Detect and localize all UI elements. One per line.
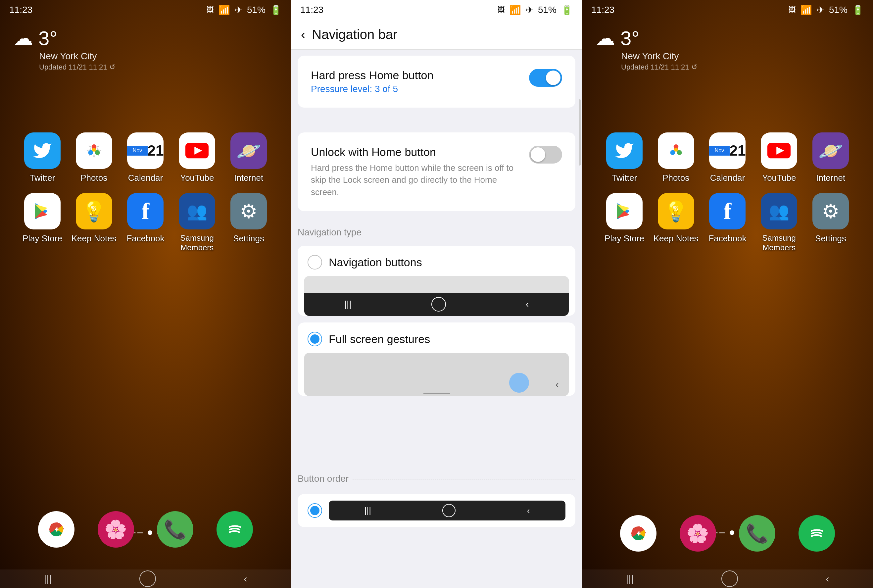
recent-btn-left[interactable]: ||| <box>44 573 52 584</box>
app-row1-left: Twitter Photos Nov 21 Calendar YouT <box>16 132 274 183</box>
twitter-icon-left <box>24 132 61 169</box>
app-playstore-left[interactable]: Play Store <box>19 193 66 253</box>
hard-press-toggle[interactable] <box>529 69 562 87</box>
app-keepnotes-left[interactable]: 💡 Keep Notes <box>71 193 117 253</box>
left-phone-panel: 11:23 🖼 📶 ✈ 51% 🔋 ☁ 3° New York City Upd… <box>0 0 291 588</box>
dock-right: 🌸 📞 <box>582 515 873 552</box>
dock-spotify-left[interactable] <box>212 511 258 552</box>
btn-order-option[interactable]: ||| ‹ <box>298 494 575 527</box>
recent-btn-right[interactable]: ||| <box>626 573 634 584</box>
settings-photo-icon: 🖼 <box>498 6 505 14</box>
calendar-label-left: Calendar <box>128 173 163 183</box>
app-photos-left[interactable]: Photos <box>71 132 117 183</box>
app-settings-left[interactable]: ⚙ Settings <box>225 193 272 253</box>
button-order-label: Button order <box>298 474 349 484</box>
youtube-label-right: YouTube <box>762 173 796 183</box>
app-photos-right[interactable]: Photos <box>653 132 699 183</box>
nav-buttons-radio[interactable] <box>308 255 322 270</box>
app-calendar-left[interactable]: Nov 21 Calendar <box>122 132 168 183</box>
weather-updated-right: Updated 11/21 11:21 ↺ <box>621 63 697 72</box>
battery-icon-left: 🔋 <box>270 4 282 15</box>
unlock-text: Unlock with Home button Hard press the H… <box>311 146 522 198</box>
calendar-label-right: Calendar <box>710 173 745 183</box>
unlock-toggle[interactable] <box>529 146 562 164</box>
battery-right: 51% <box>829 4 848 15</box>
btn-order-radio[interactable] <box>308 503 322 518</box>
app-internet-left[interactable]: 🪐 Internet <box>225 132 272 183</box>
app-row2-right: Play Store 💡 Keep Notes f Facebook 👥 Sam… <box>598 193 856 253</box>
dock-phone-right[interactable]: 📞 <box>734 515 780 552</box>
youtube-icon-right <box>761 132 797 169</box>
facebook-icon-left: f <box>127 193 164 230</box>
home-btn-right[interactable] <box>722 570 738 587</box>
svg-point-2 <box>88 150 93 155</box>
weather-updated-left: Updated 11/21 11:21 ↺ <box>39 63 115 72</box>
app-twitter-left[interactable]: Twitter <box>19 132 66 183</box>
dock-phone-left[interactable]: 📞 <box>152 511 198 552</box>
dock-chrome-left[interactable] <box>33 511 80 552</box>
app-internet-right[interactable]: 🪐 Internet <box>807 132 854 183</box>
settings-battery-pct: 51% <box>538 4 556 15</box>
time-left: 11:23 <box>9 4 33 15</box>
app-keepnotes-right[interactable]: 💡 Keep Notes <box>653 193 699 253</box>
weather-row-right: ☁ 3° <box>595 27 697 50</box>
phone-background <box>0 0 291 588</box>
status-bar-right: 11:23 🖼 📶 ✈ 51% 🔋 <box>582 0 873 20</box>
hard-press-label: Hard press Home button <box>311 69 522 82</box>
toggle-thumb-on <box>546 70 561 85</box>
app-calendar-right[interactable]: Nov 21 Calendar <box>704 132 750 183</box>
bixby-icon-right: 🌸 <box>680 515 716 552</box>
facebook-icon-right: f <box>709 193 746 230</box>
app-youtube-left[interactable]: YouTube <box>174 132 220 183</box>
app-samsung-left[interactable]: 👥 Samsung Members <box>174 193 220 253</box>
app-row1-right: Twitter Photos Nov 21 Calendar YouT <box>598 132 856 183</box>
app-settings-right[interactable]: ⚙ Settings <box>807 193 854 253</box>
dock-bixby-left[interactable]: 🌸 <box>93 511 139 552</box>
app-youtube-right[interactable]: YouTube <box>756 132 802 183</box>
gesture-bar <box>423 393 450 394</box>
nav-buttons-option[interactable]: Navigation buttons ||| ‹ <box>298 246 575 316</box>
playstore-label-left: Play Store <box>22 233 62 244</box>
keepnotes-label-left: Keep Notes <box>72 233 117 244</box>
back-btn-right[interactable]: ‹ <box>826 573 829 584</box>
gesture-arrow: ‹ <box>555 379 559 390</box>
preview-recent: ||| <box>344 299 352 309</box>
home-btn-left[interactable] <box>140 570 156 587</box>
dock-bixby-right[interactable]: 🌸 <box>675 515 721 552</box>
app-samsung-right[interactable]: 👥 Samsung Members <box>756 193 802 253</box>
unlock-card: Unlock with Home button Hard press the H… <box>298 132 575 211</box>
svg-point-10 <box>677 150 682 155</box>
keepnotes-icon-right: 💡 <box>658 193 694 230</box>
internet-icon-left: 🪐 <box>230 132 267 169</box>
app-row2-left: Play Store 💡 Keep Notes f Facebook 👥 Sam… <box>16 193 274 253</box>
dock-spotify-right[interactable] <box>794 515 840 552</box>
svg-point-1 <box>95 150 100 155</box>
settings-icon-right: ⚙ <box>812 193 849 230</box>
gestures-radio[interactable] <box>308 332 322 346</box>
dock-chrome-right[interactable] <box>615 515 662 552</box>
scrollbar[interactable] <box>579 99 580 165</box>
app-twitter-right[interactable]: Twitter <box>601 132 648 183</box>
back-btn-left[interactable]: ‹ <box>244 573 247 584</box>
app-grid-right: Twitter Photos Nov 21 Calendar YouT <box>582 132 873 253</box>
gesture-blob <box>509 373 529 393</box>
settings-back-button[interactable]: ‹ <box>301 27 305 42</box>
keepnotes-icon-left: 💡 <box>76 193 112 230</box>
photos-label-left: Photos <box>81 173 107 183</box>
bixby-icon-left: 🌸 <box>98 511 134 548</box>
svg-point-17 <box>806 523 828 544</box>
app-grid-left: Twitter Photos Nov 21 Calendar YouT <box>0 132 291 253</box>
nav-buttons-label: Navigation buttons <box>329 256 422 269</box>
settings-label-left: Settings <box>233 233 264 244</box>
preview-home <box>431 297 446 312</box>
app-facebook-left[interactable]: f Facebook <box>122 193 168 253</box>
weather-icon-left: ☁ <box>13 27 33 50</box>
gestures-option[interactable]: Full screen gestures ‹ <box>298 322 575 396</box>
app-playstore-right[interactable]: Play Store <box>601 193 648 253</box>
weather-widget-right: ☁ 3° New York City Updated 11/21 11:21 ↺ <box>595 27 697 72</box>
right-phone-background <box>582 0 873 588</box>
twitter-label-right: Twitter <box>612 173 637 183</box>
app-facebook-right[interactable]: f Facebook <box>704 193 750 253</box>
nav-type-label: Navigation type <box>298 227 362 238</box>
status-bar-left: 11:23 🖼 📶 ✈ 51% 🔋 <box>0 0 291 20</box>
